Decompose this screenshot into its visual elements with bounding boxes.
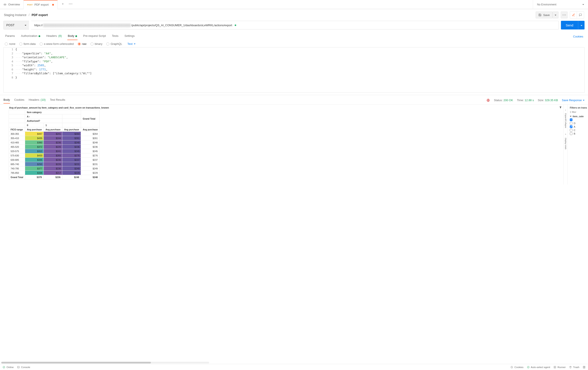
display-totals-label[interactable]: Display totals	[565, 138, 567, 150]
resp-tab-cookies[interactable]: Cookies	[14, 97, 24, 104]
svg-rect-17	[584, 366, 585, 368]
save-options-button[interactable]	[553, 11, 558, 18]
cookie-icon	[511, 366, 513, 369]
bodytype-raw[interactable]: raw	[78, 42, 87, 45]
svg-point-7	[565, 15, 566, 15]
bodytype-formdata[interactable]: form-data	[19, 42, 36, 45]
display-totals-icon[interactable]: ＋	[565, 133, 567, 136]
expand-collapse-icon[interactable]: ↕	[565, 109, 566, 111]
top-tabs-bar: Overview POST PDF export No Environment	[0, 0, 588, 9]
tab-more-button[interactable]	[67, 0, 74, 8]
save-icon	[538, 13, 541, 16]
status-runner[interactable]: Runner	[554, 366, 566, 369]
resp-tab-testresults[interactable]: Test Results	[50, 97, 65, 104]
tab-method-badge: POST	[27, 4, 33, 6]
chevron-down-icon	[570, 115, 572, 118]
status-auto-agent[interactable]: Auto-select agent	[527, 366, 550, 369]
bodytype-none[interactable]: none	[5, 42, 15, 45]
chevron-down-icon	[134, 42, 136, 45]
status-online[interactable]: Online	[3, 366, 14, 369]
filters-count: 1 filter	[570, 111, 588, 113]
response-body-preview[interactable]: Avg of purchase_amount by item_category …	[0, 105, 564, 185]
save-response-button[interactable]: Save Response	[562, 98, 585, 102]
overview-icon	[3, 3, 7, 6]
status-dot-icon	[39, 35, 40, 37]
status-console[interactable]: Console	[17, 366, 30, 369]
body-language-select[interactable]: Text	[127, 42, 136, 45]
filter-checkbox[interactable]: D	[570, 122, 588, 125]
check-circle-icon	[527, 366, 530, 369]
edit-button[interactable]	[570, 11, 577, 18]
more-icon	[562, 14, 566, 15]
expand-collapse-label[interactable]: Expand/Collapse	[565, 113, 567, 128]
chevron-down-icon	[555, 13, 556, 17]
chevron-down-icon	[582, 3, 584, 6]
tab-body[interactable]: Body	[67, 33, 77, 40]
tab-overview[interactable]: Overview	[0, 0, 24, 9]
save-button[interactable]: Save	[536, 11, 553, 18]
status-panes[interactable]	[583, 366, 585, 369]
environment-selector[interactable]: No Environment	[533, 0, 588, 9]
tab-request-pdf-export[interactable]: POST PDF export	[24, 0, 57, 9]
console-icon	[17, 366, 20, 369]
status-value: 200 OK	[504, 98, 513, 102]
svg-point-5	[563, 15, 563, 15]
tab-authorization[interactable]: Authorization	[21, 33, 41, 40]
chevron-down-icon	[583, 98, 585, 102]
status-trash[interactable]: Trash	[569, 366, 579, 369]
tab-params[interactable]: Params	[5, 33, 15, 40]
tab-dirty-dot-icon	[52, 4, 54, 6]
send-options-button[interactable]	[578, 21, 585, 30]
status-dot-icon	[75, 35, 77, 37]
new-tab-button[interactable]	[59, 0, 67, 8]
comment-icon	[579, 13, 582, 16]
tab-label: Overview	[8, 3, 20, 6]
bodytype-binary[interactable]: binary	[91, 42, 102, 45]
bodytype-urlencoded[interactable]: x-www-form-urlencoded	[40, 42, 74, 45]
filter-checkbox[interactable]: C	[570, 129, 588, 131]
comment-button[interactable]	[577, 11, 584, 18]
svg-point-4	[72, 4, 72, 4]
svg-point-14	[527, 366, 529, 368]
filter-checkbox[interactable]: B	[570, 132, 588, 135]
body-code-editor[interactable]: 1{2····"paperSize": "A4",3····"orientati…	[3, 47, 585, 93]
more-actions-button[interactable]	[561, 11, 568, 18]
panes-icon	[583, 366, 585, 369]
breadcrumb-parent[interactable]: Staging Instance	[4, 13, 26, 17]
tab-headers[interactable]: Headers (8)	[46, 33, 62, 40]
tab-tests[interactable]: Tests	[112, 33, 119, 40]
pivot-table: Item categoryGrand TotalA ‹Authorized?01…	[9, 110, 100, 179]
check-circle-icon	[3, 366, 5, 369]
svg-rect-16	[583, 366, 584, 368]
trash-icon	[569, 366, 572, 369]
cookies-link[interactable]: Cookies	[573, 35, 583, 38]
time-value: 12.88 s	[525, 98, 534, 102]
plus-icon	[61, 2, 64, 5]
size-value: 329.35 KB	[545, 98, 558, 102]
breadcrumb-sep: /	[29, 13, 30, 17]
tab-prerequest[interactable]: Pre-request Script	[83, 33, 106, 40]
pencil-icon	[572, 13, 575, 16]
pivot-title: Avg of purchase_amount by item_category …	[9, 106, 564, 109]
filter-checkbox[interactable]	[570, 119, 588, 121]
network-icon[interactable]	[486, 98, 490, 102]
status-cookies[interactable]: Cookies	[511, 366, 524, 369]
url-input[interactable]: https:// ███████████████████████████████…	[31, 21, 559, 30]
horizontal-scrollbar[interactable]	[1, 362, 209, 363]
bodytype-graphql[interactable]: GraphQL	[106, 42, 122, 45]
filter-checkbox[interactable]: A	[570, 125, 588, 128]
method-select[interactable]: POST	[3, 21, 29, 30]
svg-point-13	[512, 367, 512, 367]
svg-point-6	[564, 15, 565, 15]
resp-tab-headers[interactable]: Headers (10)	[29, 97, 46, 104]
svg-point-12	[511, 367, 512, 367]
resp-tab-body[interactable]: Body	[3, 97, 10, 104]
filter-icon[interactable]	[559, 106, 562, 109]
tab-settings[interactable]: Settings	[124, 33, 135, 40]
send-button[interactable]: Send	[561, 21, 578, 30]
svg-point-3	[70, 4, 71, 4]
breadcrumb: Staging Instance / PDF export	[4, 13, 48, 17]
breadcrumb-current: PDF export	[32, 13, 48, 17]
save-label: Save	[543, 13, 550, 17]
filter-group-toggle[interactable]: item_cate	[570, 115, 588, 118]
